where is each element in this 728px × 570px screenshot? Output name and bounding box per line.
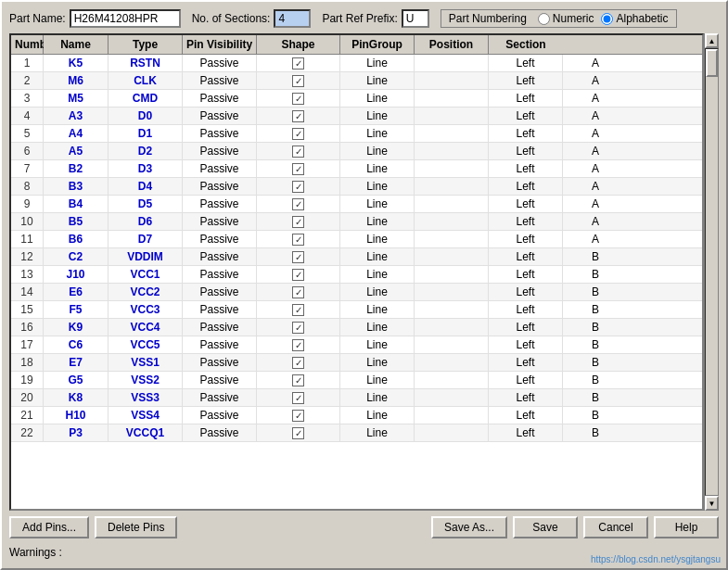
- pin-visibility-checkbox[interactable]: [292, 57, 304, 70]
- table-cell[interactable]: [257, 354, 340, 371]
- pin-visibility-checkbox[interactable]: [292, 146, 304, 158]
- table-cell[interactable]: [257, 424, 340, 441]
- pin-visibility-checkbox[interactable]: [292, 322, 304, 334]
- pin-visibility-checkbox[interactable]: [292, 163, 304, 175]
- pin-visibility-checkbox[interactable]: [292, 251, 304, 263]
- table-cell: Line: [340, 354, 415, 371]
- table-row[interactable]: 6A5D2PassiveLineLeftA: [11, 143, 702, 160]
- table-cell: Passive: [183, 125, 257, 142]
- table-row[interactable]: 11B6D7PassiveLineLeftA: [11, 231, 702, 248]
- pin-visibility-checkbox[interactable]: [292, 181, 304, 193]
- pin-visibility-checkbox[interactable]: [292, 286, 304, 298]
- table-row[interactable]: 4A3D0PassiveLineLeftA: [11, 108, 702, 125]
- table-row[interactable]: 17C6VCC5PassiveLineLeftB: [11, 336, 702, 354]
- table-cell: [415, 284, 489, 300]
- table-cell[interactable]: [257, 178, 340, 195]
- table-cell[interactable]: [257, 231, 340, 247]
- pin-visibility-checkbox[interactable]: [292, 427, 304, 439]
- part-name-input[interactable]: [70, 9, 181, 28]
- numeric-option[interactable]: Numeric: [538, 12, 594, 25]
- table-cell: 5: [11, 125, 44, 142]
- table-cell[interactable]: [257, 160, 340, 177]
- table-row[interactable]: 10B5D6PassiveLineLeftA: [11, 213, 702, 231]
- save-as-button[interactable]: Save As...: [431, 516, 507, 538]
- table-row[interactable]: 13J10VCC1PassiveLineLeftB: [11, 266, 702, 284]
- numeric-radio[interactable]: [538, 13, 550, 25]
- alphabetic-option[interactable]: Alphabetic: [601, 12, 668, 25]
- table-row[interactable]: 9B4D5PassiveLineLeftA: [11, 196, 702, 213]
- sections-input[interactable]: [274, 9, 311, 28]
- alphabetic-radio[interactable]: [601, 13, 613, 25]
- cancel-button[interactable]: Cancel: [583, 516, 648, 538]
- table-row[interactable]: 21H10VSS4PassiveLineLeftB: [11, 407, 702, 424]
- table-cell: Left: [489, 389, 563, 406]
- pin-visibility-checkbox[interactable]: [292, 304, 304, 316]
- table-cell: VSS4: [109, 407, 183, 424]
- scroll-down-btn[interactable]: ▼: [705, 496, 719, 511]
- table-cell[interactable]: [257, 55, 340, 71]
- table-body[interactable]: 1K5RSTNPassiveLineLeftA2M6CLKPassiveLine…: [11, 55, 702, 509]
- table-row[interactable]: 8B3D4PassiveLineLeftA: [11, 178, 702, 196]
- add-pins-button[interactable]: Add Pins...: [9, 516, 89, 538]
- table-cell: [415, 266, 489, 283]
- pin-visibility-checkbox[interactable]: [292, 75, 304, 87]
- pin-visibility-checkbox[interactable]: [292, 128, 304, 140]
- pin-visibility-checkbox[interactable]: [292, 374, 304, 386]
- pin-visibility-checkbox[interactable]: [292, 93, 304, 105]
- table-cell: D1: [109, 125, 183, 142]
- help-button[interactable]: Help: [654, 516, 719, 538]
- table-row[interactable]: 19G5VSS2PassiveLineLeftB: [11, 372, 702, 389]
- pin-visibility-checkbox[interactable]: [292, 410, 304, 422]
- pin-visibility-checkbox[interactable]: [292, 198, 304, 210]
- table-cell[interactable]: [257, 125, 340, 142]
- scroll-track[interactable]: [705, 48, 719, 496]
- table-cell[interactable]: [257, 266, 340, 283]
- table-row[interactable]: 16K9VCC4PassiveLineLeftB: [11, 319, 702, 336]
- table-cell: Line: [340, 266, 415, 283]
- table-row[interactable]: 2M6CLKPassiveLineLeftA: [11, 72, 702, 90]
- scroll-thumb[interactable]: [706, 49, 718, 77]
- scrollbar[interactable]: ▲ ▼: [704, 33, 719, 511]
- table-cell[interactable]: [257, 213, 340, 230]
- table-cell[interactable]: [257, 301, 340, 318]
- table-cell[interactable]: [257, 372, 340, 388]
- table-row[interactable]: 22P3VCCQ1PassiveLineLeftB: [11, 424, 702, 442]
- table-cell[interactable]: [257, 90, 340, 107]
- table-cell: D2: [109, 143, 183, 159]
- table-cell[interactable]: [257, 143, 340, 159]
- table-cell[interactable]: [257, 319, 340, 336]
- table-cell: Passive: [183, 108, 257, 124]
- table-cell[interactable]: [257, 284, 340, 300]
- prefix-input[interactable]: [402, 9, 429, 28]
- table-row[interactable]: 1K5RSTNPassiveLineLeftA: [11, 55, 702, 72]
- table-cell: [415, 424, 489, 441]
- table-cell: E6: [44, 284, 109, 300]
- table-row[interactable]: 5A4D1PassiveLineLeftA: [11, 125, 702, 143]
- table-cell[interactable]: [257, 336, 340, 353]
- table-cell: Line: [340, 424, 415, 441]
- table-row[interactable]: 15F5VCC3PassiveLineLeftB: [11, 301, 702, 319]
- table-row[interactable]: 12C2VDDIMPassiveLineLeftB: [11, 248, 702, 266]
- save-button[interactable]: Save: [513, 516, 578, 538]
- table-cell[interactable]: [257, 196, 340, 212]
- delete-pins-button[interactable]: Delete Pins: [95, 516, 177, 538]
- pin-visibility-checkbox[interactable]: [292, 339, 304, 351]
- pin-visibility-checkbox[interactable]: [292, 216, 304, 228]
- table-cell[interactable]: [257, 407, 340, 424]
- table-cell[interactable]: [257, 108, 340, 124]
- table-cell[interactable]: [257, 248, 340, 265]
- table-cell[interactable]: [257, 389, 340, 406]
- table-row[interactable]: 7B2D3PassiveLineLeftA: [11, 160, 702, 178]
- table-row[interactable]: 14E6VCC2PassiveLineLeftB: [11, 284, 702, 301]
- scroll-up-btn[interactable]: ▲: [705, 33, 719, 48]
- table-cell: [415, 301, 489, 318]
- table-row[interactable]: 18E7VSS1PassiveLineLeftB: [11, 354, 702, 372]
- pin-visibility-checkbox[interactable]: [292, 357, 304, 369]
- table-row[interactable]: 3M5CMDPassiveLineLeftA: [11, 90, 702, 108]
- table-cell[interactable]: [257, 72, 340, 89]
- pin-visibility-checkbox[interactable]: [292, 234, 304, 246]
- pin-visibility-checkbox[interactable]: [292, 269, 304, 281]
- pin-visibility-checkbox[interactable]: [292, 110, 304, 122]
- table-row[interactable]: 20K8VSS3PassiveLineLeftB: [11, 389, 702, 407]
- pin-visibility-checkbox[interactable]: [292, 392, 304, 404]
